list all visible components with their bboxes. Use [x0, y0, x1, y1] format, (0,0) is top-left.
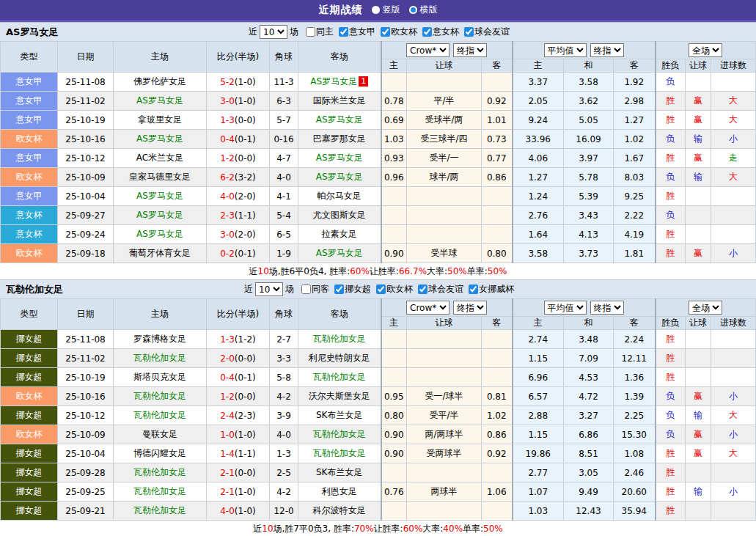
league-filter-checkbox[interactable] [334, 284, 344, 294]
bookmaker-odds-time-select[interactable]: 终指 [453, 43, 487, 57]
avg-home-odds: 2.74 [513, 330, 564, 349]
home-team-name: 瓦勒伦加女足 [133, 391, 186, 401]
bookmaker-odds-time-select[interactable]: 终指 [453, 301, 487, 315]
result-cell: 负 [656, 130, 686, 149]
crow-away-odds: 1.02 [482, 406, 513, 425]
result-cell: 胜 [656, 244, 686, 263]
league-type-badge: 意女甲 [1, 111, 58, 130]
avg-away-odds: 1.67 [614, 149, 656, 168]
away-team-name: 利尼史特朗女足 [309, 353, 370, 363]
half-time-score: (0-1) [235, 372, 256, 383]
goals-result-cell: 走 [711, 149, 756, 168]
avg-home-odds: 1.27 [513, 168, 564, 187]
away-team-name: 瓦勒伦加女足 [313, 429, 366, 439]
handicap-result-cell: 赢 [686, 444, 711, 463]
same-venue-label: 同主 [316, 26, 334, 38]
result-cell: 胜 [656, 482, 686, 502]
league-filter-checkbox[interactable] [339, 27, 348, 37]
col-header-avg-draw: 和 [564, 59, 614, 73]
result-cell: 胜 [656, 463, 686, 482]
crow-away-odds [482, 187, 513, 206]
handicap-result-cell: 输 [686, 130, 711, 149]
score-cell: 6-2(3-2) [207, 168, 270, 187]
average-odds-group-header: 平均值 终指 [513, 299, 656, 317]
match-date: 25-09-27 [58, 206, 114, 225]
league-filter-label: 欧女杯 [386, 283, 413, 295]
avg-draw-odds: 7.09 [564, 349, 614, 368]
score-cell: 3-0(2-0) [207, 225, 270, 244]
match-row: 欧女杯25-09-18葡萄牙体育女足0-2(0-1)1-9AS罗马女足0.90受… [1, 244, 756, 263]
crow-away-odds: 0.80 [482, 244, 513, 263]
recent-count-select[interactable]: 10 [260, 25, 287, 39]
match-date: 25-10-04 [58, 187, 114, 206]
league-type-badge: 意女甲 [1, 92, 58, 111]
corner-score: 11-3 [270, 73, 298, 92]
col-header-crow-away: 客 [482, 317, 513, 330]
match-date: 25-09-24 [58, 225, 114, 244]
goals-result-cell [711, 225, 756, 244]
vertical-radio-icon[interactable] [372, 6, 380, 14]
half-time-score: (0-1) [235, 249, 256, 259]
league-filter-checkbox[interactable] [422, 27, 432, 37]
league-filter-checkbox[interactable] [469, 284, 478, 294]
same-venue-checkbox[interactable] [301, 284, 311, 294]
home-team-name: 皇家马德里女足 [129, 172, 191, 182]
result-cell: 胜 [656, 187, 686, 206]
match-row: 挪女超25-09-21瓦勒伦加女足4-0(1-0)12-0科尔波特女足1.031… [1, 502, 756, 521]
home-team-name: AS罗马女足 [136, 229, 183, 239]
average-odds-time-select[interactable]: 终指 [590, 301, 624, 315]
summary-segment: 近 [249, 265, 258, 278]
goals-result-cell: 大 [711, 111, 756, 130]
home-team-name: AS罗马女足 [136, 95, 183, 106]
league-type-badge: 挪女超 [1, 463, 58, 482]
scope-select[interactable]: 全场 [689, 301, 722, 315]
match-row: 意女甲25-11-08佛罗伦萨女足5-2(1-0)11-3AS罗马女足13.37… [1, 73, 756, 92]
league-filter-label: 欧女杯 [391, 26, 417, 38]
bookmaker-select[interactable]: Crow* [406, 43, 449, 57]
league-filter-checkbox[interactable] [464, 27, 474, 37]
horizontal-radio-icon[interactable] [409, 6, 417, 14]
league-filter-checkbox[interactable] [376, 284, 386, 294]
full-time-score: 2-3 [220, 210, 235, 221]
scope-select[interactable]: 全场 [689, 43, 722, 57]
avg-home-odds: 33.96 [513, 130, 564, 149]
col-header-result: 胜负 [656, 59, 686, 73]
average-odds-select[interactable]: 平均值 [544, 301, 587, 315]
recent-count-select[interactable]: 10 [255, 282, 283, 296]
away-team: 帕尔马女足 [298, 187, 381, 206]
crow-handicap: 受一/球半 [407, 387, 482, 406]
layout-option-horizontal[interactable]: 横版 [409, 4, 438, 16]
avg-draw-odds: 3.58 [564, 73, 614, 92]
league-filter-checkbox[interactable] [418, 284, 427, 294]
match-date: 25-11-08 [58, 330, 114, 349]
away-team: 科尔波特女足 [298, 502, 381, 521]
bookmaker-select[interactable]: Crow* [406, 301, 449, 315]
same-venue-checkbox[interactable] [306, 27, 315, 37]
match-row: 挪女超25-10-19斯塔贝克女足0-4(0-1)5-8瓦勒伦加女足6.964.… [1, 368, 756, 387]
average-odds-select[interactable]: 平均值 [544, 43, 587, 57]
half-time-score: (1-2) [235, 334, 256, 345]
away-team-name: AS罗马女足 [316, 172, 363, 182]
average-odds-time-select[interactable]: 终指 [590, 43, 624, 57]
corner-score: 3-9 [270, 406, 298, 425]
col-header-crow-away: 客 [482, 59, 513, 73]
away-team-name: 沃尔夫斯堡女足 [309, 391, 370, 401]
handicap-result-cell: 赢 [686, 111, 711, 130]
horizontal-radio-label: 横版 [420, 4, 438, 16]
avg-away-odds: 2.46 [614, 463, 656, 482]
league-filter-checkbox[interactable] [381, 27, 390, 37]
score-cell: 2-0(0-0) [207, 349, 270, 368]
layout-option-vertical[interactable]: 竖版 [372, 4, 400, 16]
full-time-score: 1-3 [220, 334, 235, 345]
result-cell: 胜 [656, 330, 686, 349]
col-header-goals: 进球数 [711, 317, 756, 330]
avg-home-odds: 1.15 [513, 425, 564, 444]
summary-segment: 50% [447, 266, 467, 276]
crow-handicap: 受两球半 [407, 444, 482, 463]
result-cell: 负 [656, 406, 686, 425]
summary-segment: 单率: [463, 523, 483, 535]
away-team-name: 利恩女足 [322, 486, 357, 496]
page-header: 近期战绩 竖版 横版 [0, 0, 756, 22]
avg-home-odds: 6.57 [513, 387, 564, 406]
away-team: 瓦勒伦加女足 [298, 368, 381, 387]
